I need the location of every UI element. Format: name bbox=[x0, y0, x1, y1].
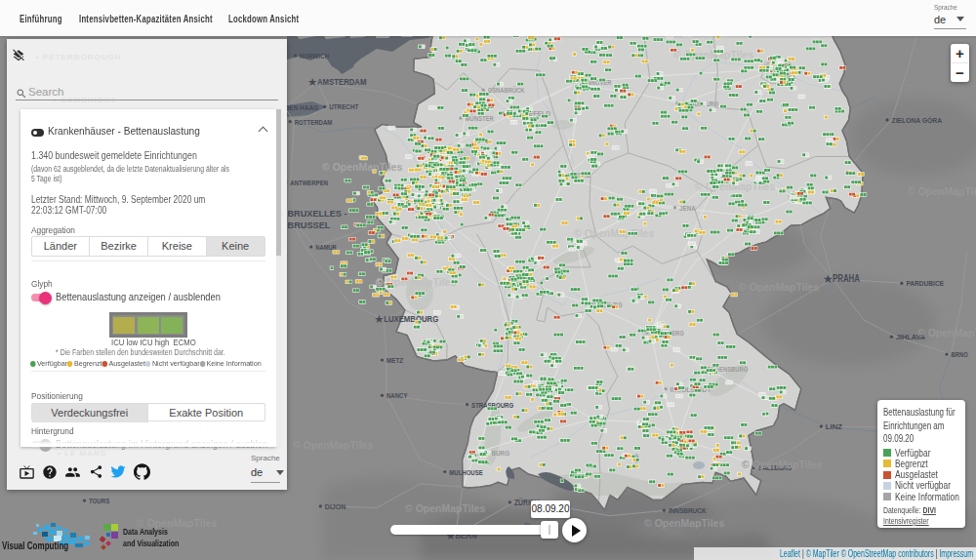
svg-text:PRAHA: PRAHA bbox=[833, 273, 860, 284]
svg-text:NANCY: NANCY bbox=[386, 391, 408, 400]
svg-text:© OpenMapTiles: © OpenMapTiles bbox=[908, 185, 976, 197]
svg-text:INNSBRUCK: INNSBRUCK bbox=[669, 506, 707, 515]
svg-text:© OpenMapTiles: © OpenMapTiles bbox=[917, 327, 976, 339]
svg-text:BRNO: BRNO bbox=[952, 350, 968, 359]
svg-text:© OpenMapTiles: © OpenMapTiles bbox=[405, 502, 485, 514]
svg-text:BRUSSEL: BRUSSEL bbox=[288, 220, 331, 230]
svg-text:© OpenMapTiles: © OpenMapTiles bbox=[293, 439, 373, 451]
svg-text:METZ: METZ bbox=[386, 356, 403, 365]
svg-text:© OpenMapTiles: © OpenMapTiles bbox=[644, 517, 724, 529]
svg-text:LUXEMBOURG: LUXEMBOURG bbox=[384, 313, 438, 324]
svg-text:★: ★ bbox=[374, 313, 384, 325]
svg-text:★: ★ bbox=[307, 76, 317, 88]
svg-text:OSNABRÜCK: OSNABRÜCK bbox=[488, 86, 525, 95]
svg-text:© OpenMapTiles: © OpenMapTiles bbox=[739, 281, 819, 293]
svg-text:AMSTERDAM: AMSTERDAM bbox=[317, 76, 366, 87]
svg-text:UTRECHT: UTRECHT bbox=[329, 102, 358, 111]
svg-text:TOURS: TOURS bbox=[89, 497, 110, 505]
svg-text:© OpenMapTiles: © OpenMapTiles bbox=[742, 459, 822, 470]
svg-text:ZIELONA GÓRA: ZIELONA GÓRA bbox=[892, 116, 943, 125]
svg-text:DEN HAAG: DEN HAAG bbox=[285, 103, 318, 112]
svg-text:PARDUBICE: PARDUBICE bbox=[906, 279, 944, 288]
svg-text:LINZ: LINZ bbox=[826, 422, 842, 431]
svg-text:ANTWERPEN: ANTWERPEN bbox=[290, 179, 328, 187]
svg-text:ROTTERDAM: ROTTERDAM bbox=[295, 118, 333, 127]
svg-text:NORWICH: NORWICH bbox=[300, 52, 329, 60]
svg-text:MULHOUSE: MULHOUSE bbox=[449, 468, 483, 477]
svg-text:JENA: JENA bbox=[679, 204, 696, 213]
svg-text:BRUXELLES -: BRUXELLES - bbox=[288, 208, 347, 219]
svg-text:© OpenMapTiles: © OpenMapTiles bbox=[574, 227, 654, 239]
svg-text:© OpenMapTiles: © OpenMapTiles bbox=[322, 161, 402, 173]
svg-text:DIJON: DIJON bbox=[325, 502, 346, 511]
